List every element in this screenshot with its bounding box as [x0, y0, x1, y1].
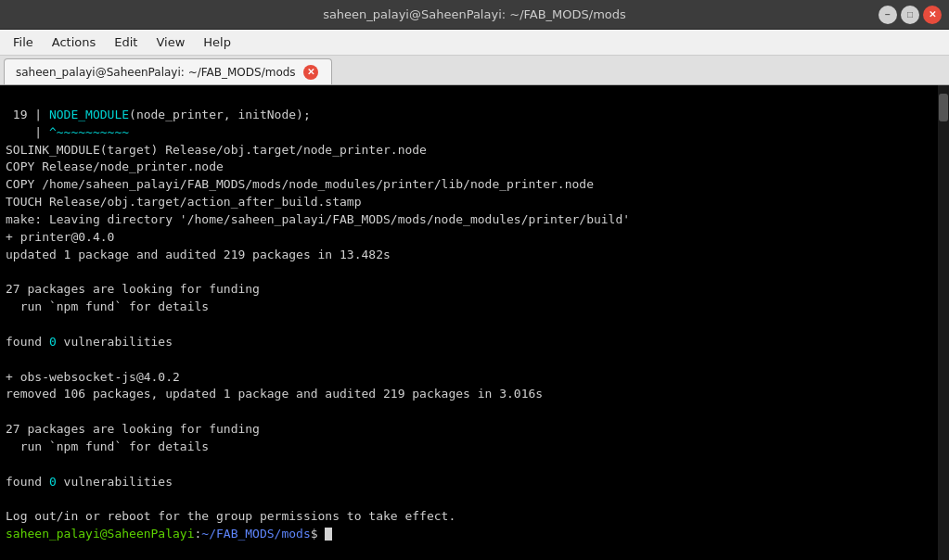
scrollbar-thumb[interactable]	[939, 94, 948, 121]
minimize-button[interactable]: −	[878, 6, 897, 24]
menu-view[interactable]: View	[147, 33, 194, 51]
tab-close-button[interactable]: ✕	[303, 65, 318, 80]
title-bar: saheen_palayi@SaheenPalayi: ~/FAB_MODS/m…	[0, 0, 949, 30]
tab-label: saheen_palayi@SaheenPalayi: ~/FAB_MODS/m…	[16, 66, 296, 79]
window-title: saheen_palayi@SaheenPalayi: ~/FAB_MODS/m…	[323, 7, 626, 21]
window-controls: − □ ✕	[878, 0, 942, 29]
maximize-button[interactable]: □	[901, 6, 919, 24]
menu-edit[interactable]: Edit	[105, 33, 147, 51]
tab-bar: saheen_palayi@SaheenPalayi: ~/FAB_MODS/m…	[0, 56, 949, 85]
terminal-tab[interactable]: saheen_palayi@SaheenPalayi: ~/FAB_MODS/m…	[4, 58, 332, 84]
scrollbar[interactable]	[938, 85, 949, 560]
menu-file[interactable]: File	[4, 33, 43, 51]
terminal[interactable]: 19 | NODE_MODULE(node_printer, initNode)…	[0, 85, 949, 560]
close-button[interactable]: ✕	[923, 6, 942, 24]
menu-actions[interactable]: Actions	[43, 33, 106, 51]
menu-help[interactable]: Help	[194, 33, 240, 51]
menu-bar: File Actions Edit View Help	[0, 30, 949, 56]
terminal-output: 19 | NODE_MODULE(node_printer, initNode)…	[6, 89, 943, 560]
